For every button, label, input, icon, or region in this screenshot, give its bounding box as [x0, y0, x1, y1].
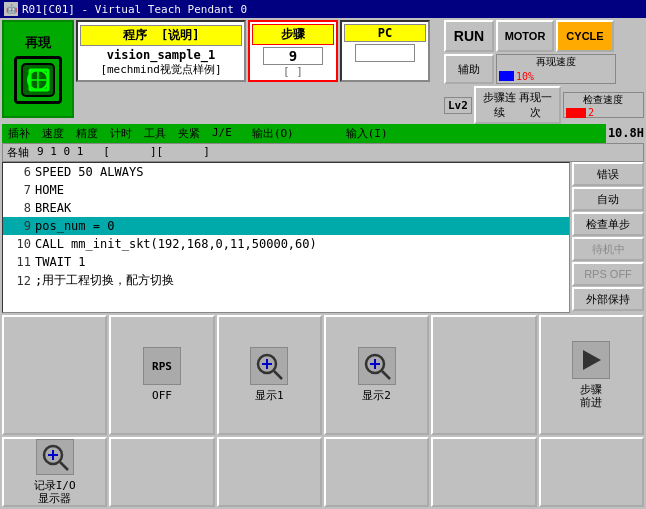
replay-button[interactable]: 再現	[2, 20, 74, 118]
title-text: R01[C01] - Virtual Teach Pendant 0	[22, 3, 247, 16]
speed-bar	[499, 71, 514, 81]
right-panel: 错误 自动 检查单步 待机中 RPS OFF 外部保持	[572, 162, 644, 313]
col-output: 输出(O)	[250, 126, 296, 141]
table-header: 插补 速度 精度 计时 工具 夹紧 J/E 输出(O) 输入(I)	[2, 124, 606, 143]
code-line-12[interactable]: 12 ;用于工程切换，配方切换	[3, 271, 569, 290]
replay-icon	[14, 56, 62, 104]
program-header-row: 程序 [说明] vision_sample_1 [mechmind视觉点样例] …	[76, 20, 442, 82]
rps-label: OFF	[152, 389, 172, 402]
display2-label: 显示2	[362, 389, 391, 402]
speed-bar-container: 10%	[497, 69, 615, 83]
pc-label: PC	[344, 24, 426, 42]
pc-field: PC	[340, 20, 430, 82]
display2-btn[interactable]: 显示2	[324, 315, 429, 435]
rps-off-btn[interactable]: RPS OFF	[109, 315, 214, 435]
bottom-buttons-row1: RPS OFF 显示1	[2, 315, 644, 435]
check-step-button[interactable]: 检查单步	[572, 212, 644, 236]
replay-speed-box: 再现速度 10%	[496, 54, 616, 84]
col-speed: 速度	[40, 126, 66, 141]
app-icon: 🤖	[4, 2, 18, 16]
col-je: J/E	[210, 126, 234, 141]
col-clamp: 夹紧	[176, 126, 202, 141]
empty-slot-6	[431, 437, 536, 507]
empty-slot-1	[2, 315, 107, 435]
bottom-buttons-row2: 记录I/O显示器	[2, 437, 644, 507]
code-line-6[interactable]: 6 SPEED 50 ALWAYS	[3, 163, 569, 181]
code-line-9[interactable]: 9 pos_num = 0	[3, 217, 569, 235]
step-forward-icon	[572, 341, 610, 379]
program-field: 程序 [说明] vision_sample_1 [mechmind视觉点样例]	[76, 20, 246, 82]
code-list: 6 SPEED 50 ALWAYS 7 HOME 8 BREAK 9 pos_n…	[2, 162, 570, 313]
speed-value: 10%	[516, 71, 534, 82]
code-line-8[interactable]: 8 BREAK	[3, 199, 569, 217]
empty-slot-5	[324, 437, 429, 507]
step-continue-row: Lv2 步骤连续 再现一次 检查速度 2	[444, 86, 644, 124]
axis-row: 各轴 9 1 0 1 [ ][ ]	[2, 143, 644, 162]
step-continue-button[interactable]: 步骤连续 再现一次	[474, 86, 561, 124]
replay-speed-label: 再现速度	[497, 55, 615, 69]
record-io-icon	[36, 439, 74, 475]
step-forward-label: 步骤前进	[580, 383, 602, 409]
col-interpolation: 插补	[6, 126, 32, 141]
external-hold-button[interactable]: 外部保持	[572, 287, 644, 311]
svg-line-10	[274, 371, 282, 379]
empty-slot-4	[217, 437, 322, 507]
replay-label: 再現	[25, 34, 51, 52]
assist-button[interactable]: 辅助	[444, 54, 494, 84]
code-line-11[interactable]: 11 TWAIT 1	[3, 253, 569, 271]
pc-value	[355, 44, 415, 62]
svg-line-14	[382, 371, 390, 379]
rps-icon: RPS	[143, 347, 181, 385]
code-line-7[interactable]: 7 HOME	[3, 181, 569, 199]
display1-icon	[250, 347, 288, 385]
record-io-btn[interactable]: 记录I/O显示器	[2, 437, 107, 507]
empty-slot-7	[539, 437, 644, 507]
program-desc: [mechmind视觉点样例]	[100, 62, 221, 77]
check-speed-box: 检查速度 2	[563, 92, 644, 118]
code-area: 6 SPEED 50 ALWAYS 7 HOME 8 BREAK 9 pos_n…	[2, 162, 644, 313]
assist-speed-row: 辅助 再现速度 10%	[444, 54, 644, 84]
col-precision: 精度	[74, 126, 100, 141]
svg-marker-17	[583, 350, 601, 370]
auto-button[interactable]: 自动	[572, 187, 644, 211]
record-io-label: 记录I/O显示器	[34, 479, 76, 505]
title-bar: 🤖 R01[C01] - Virtual Teach Pendant 0	[0, 0, 646, 18]
step-field: 步骤 9 [ ]	[248, 20, 338, 82]
program-section: 程序 [说明] vision_sample_1 [mechmind视觉点样例] …	[76, 20, 442, 120]
display1-btn[interactable]: 显示1	[217, 315, 322, 435]
axis-values: 9 1 0 1	[37, 145, 83, 160]
table-header-section: 插补 速度 精度 计时 工具 夹紧 J/E 输出(O) 输入(I) 10.8H	[2, 122, 644, 143]
col-timer: 计时	[108, 126, 134, 141]
program-label: 程序 [说明]	[80, 25, 242, 46]
check-speed-bar	[566, 108, 586, 118]
run-motor-cycle-row: RUN MOTOR CYCLE	[444, 20, 644, 52]
motor-button[interactable]: MOTOR	[496, 20, 554, 52]
code-line-10[interactable]: 10 CALL mm_init_skt(192,168,0,11,50000,6…	[3, 235, 569, 253]
step-sub: [ ]	[283, 65, 303, 78]
step-value: 9	[263, 47, 323, 65]
display2-icon	[358, 347, 396, 385]
rps-off-button[interactable]: RPS OFF	[572, 262, 644, 286]
col-input: 输入(I)	[344, 126, 390, 141]
check-speed-label: 检查速度	[564, 93, 643, 107]
run-button[interactable]: RUN	[444, 20, 494, 52]
check-speed-bar-container: 2	[564, 107, 643, 118]
cycle-button[interactable]: CYCLE	[556, 20, 614, 52]
check-speed-value: 2	[588, 107, 594, 118]
svg-line-19	[60, 462, 68, 470]
axis-label: 各轴	[7, 145, 29, 160]
lv2-label: Lv2	[444, 97, 472, 114]
step-forward-btn[interactable]: 步骤前进	[539, 315, 644, 435]
empty-slot-2	[431, 315, 536, 435]
display1-label: 显示1	[255, 389, 284, 402]
empty-slot-3	[109, 437, 214, 507]
step-label: 步骤	[252, 24, 334, 45]
error-button[interactable]: 错误	[572, 162, 644, 186]
col-tool: 工具	[142, 126, 168, 141]
time-display: 10.8H	[608, 126, 644, 140]
right-controls: RUN MOTOR CYCLE 辅助 再现速度 10% Lv2 步骤连续	[444, 20, 644, 120]
top-section: 再現	[2, 20, 644, 120]
standby-button[interactable]: 待机中	[572, 237, 644, 261]
program-name: vision_sample_1	[107, 48, 215, 62]
main-container: 再現	[0, 18, 646, 509]
